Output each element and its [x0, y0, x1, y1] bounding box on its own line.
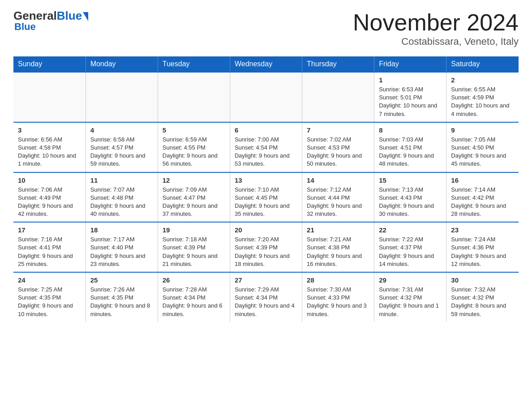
day-number: 23: [451, 226, 514, 234]
calendar-cell: 10Sunrise: 7:06 AM Sunset: 4:49 PM Dayli…: [13, 172, 86, 223]
day-number: 12: [163, 176, 225, 184]
day-info: Sunrise: 7:30 AM Sunset: 4:33 PM Dayligh…: [307, 286, 369, 318]
calendar-table: SundayMondayTuesdayWednesdayThursdayFrid…: [13, 56, 519, 322]
calendar-cell: 27Sunrise: 7:29 AM Sunset: 4:34 PM Dayli…: [230, 272, 302, 322]
calendar-cell: 9Sunrise: 7:05 AM Sunset: 4:50 PM Daylig…: [446, 122, 519, 172]
day-info: Sunrise: 7:21 AM Sunset: 4:38 PM Dayligh…: [307, 235, 369, 268]
calendar-cell: 24Sunrise: 7:25 AM Sunset: 4:35 PM Dayli…: [13, 272, 86, 322]
month-title: November 2024: [353, 9, 519, 36]
day-number: 5: [163, 126, 225, 134]
day-of-week-header: Saturday: [446, 56, 519, 72]
day-number: 2: [451, 76, 514, 84]
day-info: Sunrise: 7:06 AM Sunset: 4:49 PM Dayligh…: [18, 186, 81, 218]
day-number: 4: [90, 126, 153, 134]
calendar-cell: [230, 72, 302, 122]
calendar-cell: 6Sunrise: 7:00 AM Sunset: 4:54 PM Daylig…: [230, 122, 302, 172]
calendar-cell: 2Sunrise: 6:55 AM Sunset: 4:59 PM Daylig…: [446, 72, 519, 122]
day-number: 16: [451, 176, 514, 184]
day-info: Sunrise: 7:17 AM Sunset: 4:40 PM Dayligh…: [90, 235, 153, 268]
day-info: Sunrise: 7:16 AM Sunset: 4:41 PM Dayligh…: [18, 235, 81, 268]
day-info: Sunrise: 7:12 AM Sunset: 4:44 PM Dayligh…: [307, 186, 369, 218]
day-number: 1: [379, 76, 442, 84]
calendar-cell: 23Sunrise: 7:24 AM Sunset: 4:36 PM Dayli…: [446, 222, 519, 272]
calendar-cell: 30Sunrise: 7:32 AM Sunset: 4:32 PM Dayli…: [446, 272, 519, 322]
day-of-week-header: Monday: [86, 56, 158, 72]
day-info: Sunrise: 7:26 AM Sunset: 4:35 PM Dayligh…: [90, 286, 153, 318]
day-info: Sunrise: 7:18 AM Sunset: 4:39 PM Dayligh…: [163, 235, 225, 268]
calendar-cell: [302, 72, 374, 122]
day-info: Sunrise: 7:09 AM Sunset: 4:47 PM Dayligh…: [163, 186, 225, 218]
calendar-week-row: 17Sunrise: 7:16 AM Sunset: 4:41 PM Dayli…: [13, 222, 519, 272]
day-info: Sunrise: 7:24 AM Sunset: 4:36 PM Dayligh…: [451, 235, 514, 268]
calendar-cell: 4Sunrise: 6:58 AM Sunset: 4:57 PM Daylig…: [86, 122, 158, 172]
calendar-week-row: 1Sunrise: 6:53 AM Sunset: 5:01 PM Daylig…: [13, 72, 519, 122]
day-of-week-header: Sunday: [13, 56, 86, 72]
day-info: Sunrise: 7:25 AM Sunset: 4:35 PM Dayligh…: [18, 286, 81, 318]
day-info: Sunrise: 7:00 AM Sunset: 4:54 PM Dayligh…: [235, 136, 297, 168]
calendar-cell: 3Sunrise: 6:56 AM Sunset: 4:58 PM Daylig…: [13, 122, 86, 172]
calendar-cell: 29Sunrise: 7:31 AM Sunset: 4:32 PM Dayli…: [374, 272, 446, 322]
day-info: Sunrise: 7:31 AM Sunset: 4:32 PM Dayligh…: [379, 286, 442, 318]
calendar-cell: 19Sunrise: 7:18 AM Sunset: 4:39 PM Dayli…: [158, 222, 230, 272]
calendar-cell: 20Sunrise: 7:20 AM Sunset: 4:39 PM Dayli…: [230, 222, 302, 272]
day-info: Sunrise: 7:10 AM Sunset: 4:45 PM Dayligh…: [235, 186, 297, 218]
calendar-cell: 15Sunrise: 7:13 AM Sunset: 4:43 PM Dayli…: [374, 172, 446, 223]
day-info: Sunrise: 7:07 AM Sunset: 4:48 PM Dayligh…: [90, 186, 153, 218]
day-of-week-header: Friday: [374, 56, 446, 72]
day-info: Sunrise: 6:55 AM Sunset: 4:59 PM Dayligh…: [451, 86, 514, 118]
day-info: Sunrise: 7:05 AM Sunset: 4:50 PM Dayligh…: [451, 136, 514, 168]
calendar-cell: 7Sunrise: 7:02 AM Sunset: 4:53 PM Daylig…: [302, 122, 374, 172]
day-info: Sunrise: 6:53 AM Sunset: 5:01 PM Dayligh…: [379, 86, 442, 118]
calendar-cell: 5Sunrise: 6:59 AM Sunset: 4:55 PM Daylig…: [158, 122, 230, 172]
day-info: Sunrise: 7:32 AM Sunset: 4:32 PM Dayligh…: [451, 286, 514, 318]
day-number: 28: [307, 276, 369, 284]
calendar-week-row: 10Sunrise: 7:06 AM Sunset: 4:49 PM Dayli…: [13, 172, 519, 223]
day-number: 9: [451, 126, 514, 134]
calendar-cell: 26Sunrise: 7:28 AM Sunset: 4:34 PM Dayli…: [158, 272, 230, 322]
calendar-body: 1Sunrise: 6:53 AM Sunset: 5:01 PM Daylig…: [13, 72, 519, 322]
day-info: Sunrise: 6:59 AM Sunset: 4:55 PM Dayligh…: [163, 136, 225, 168]
day-number: 3: [18, 126, 81, 134]
calendar-cell: 17Sunrise: 7:16 AM Sunset: 4:41 PM Dayli…: [13, 222, 86, 272]
day-of-week-header: Tuesday: [158, 56, 230, 72]
logo-bottom-text: Blue: [14, 21, 36, 33]
calendar-header: SundayMondayTuesdayWednesdayThursdayFrid…: [13, 56, 519, 72]
calendar-cell: [13, 72, 86, 122]
day-info: Sunrise: 6:56 AM Sunset: 4:58 PM Dayligh…: [18, 136, 81, 168]
days-of-week-row: SundayMondayTuesdayWednesdayThursdayFrid…: [13, 56, 519, 72]
calendar-cell: 11Sunrise: 7:07 AM Sunset: 4:48 PM Dayli…: [86, 172, 158, 223]
day-info: Sunrise: 7:02 AM Sunset: 4:53 PM Dayligh…: [307, 136, 369, 168]
page-header: General Blue Blue November 2024 Costabis…: [13, 9, 519, 47]
title-block: November 2024 Costabissara, Veneto, Ital…: [353, 9, 519, 47]
day-info: Sunrise: 7:29 AM Sunset: 4:34 PM Dayligh…: [235, 286, 297, 318]
day-info: Sunrise: 7:13 AM Sunset: 4:43 PM Dayligh…: [379, 186, 442, 218]
day-number: 29: [379, 276, 442, 284]
day-info: Sunrise: 7:14 AM Sunset: 4:42 PM Dayligh…: [451, 186, 514, 218]
calendar-cell: 16Sunrise: 7:14 AM Sunset: 4:42 PM Dayli…: [446, 172, 519, 223]
day-info: Sunrise: 6:58 AM Sunset: 4:57 PM Dayligh…: [90, 136, 153, 168]
calendar-cell: 22Sunrise: 7:22 AM Sunset: 4:37 PM Dayli…: [374, 222, 446, 272]
day-number: 26: [163, 276, 225, 284]
day-of-week-header: Thursday: [302, 56, 374, 72]
day-number: 25: [90, 276, 153, 284]
calendar-week-row: 24Sunrise: 7:25 AM Sunset: 4:35 PM Dayli…: [13, 272, 519, 322]
day-number: 18: [90, 226, 153, 234]
calendar-cell: [158, 72, 230, 122]
calendar-cell: 28Sunrise: 7:30 AM Sunset: 4:33 PM Dayli…: [302, 272, 374, 322]
logo: General Blue Blue: [13, 9, 88, 33]
day-number: 21: [307, 226, 369, 234]
day-info: Sunrise: 7:20 AM Sunset: 4:39 PM Dayligh…: [235, 235, 297, 268]
day-number: 13: [235, 176, 297, 184]
day-number: 8: [379, 126, 442, 134]
day-number: 22: [379, 226, 442, 234]
day-number: 24: [18, 276, 81, 284]
day-number: 15: [379, 176, 442, 184]
day-number: 20: [235, 226, 297, 234]
day-info: Sunrise: 7:22 AM Sunset: 4:37 PM Dayligh…: [379, 235, 442, 268]
calendar-cell: 8Sunrise: 7:03 AM Sunset: 4:51 PM Daylig…: [374, 122, 446, 172]
calendar-cell: 25Sunrise: 7:26 AM Sunset: 4:35 PM Dayli…: [86, 272, 158, 322]
calendar-cell: 13Sunrise: 7:10 AM Sunset: 4:45 PM Dayli…: [230, 172, 302, 223]
day-of-week-header: Wednesday: [230, 56, 302, 72]
day-number: 6: [235, 126, 297, 134]
calendar-cell: 14Sunrise: 7:12 AM Sunset: 4:44 PM Dayli…: [302, 172, 374, 223]
